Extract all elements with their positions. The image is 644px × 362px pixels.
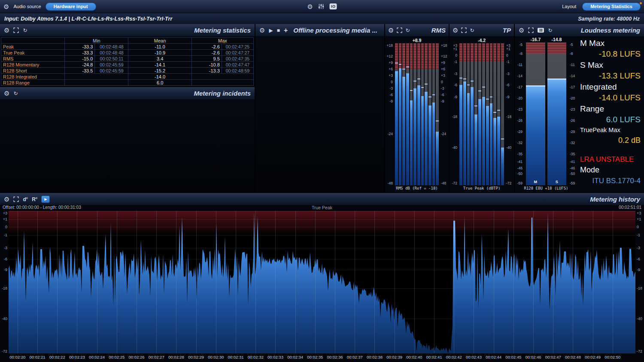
min-time: 00:02:48:48: [95, 44, 128, 50]
meter-bar-fill: [463, 81, 466, 186]
loudness-panel-title: Loudness metering: [581, 27, 640, 34]
time-tick-label: 00:02:29: [188, 355, 204, 359]
play-icon[interactable]: ▶: [269, 28, 273, 33]
loudness-scale-right: -5-8-11-14-17-20-23-26-29-32-35-41-46-50…: [568, 42, 577, 185]
r128-scale-toggle-icon[interactable]: Rc: [32, 196, 37, 202]
left-column: ⚙ ↻ Metering statistics Min Mean Max Pea…: [0, 24, 255, 192]
scale-tick-label: -3: [637, 246, 640, 250]
pause-icon[interactable]: [538, 28, 544, 33]
momentary-readout: -16.7: [525, 37, 546, 42]
fullscreen-icon[interactable]: [461, 27, 467, 33]
reset-icon[interactable]: ↻: [13, 91, 18, 96]
tp-meter-body: -4.2 +3+10-1-3-6-9-18-40-72 +3+10-1-3-6-…: [450, 37, 514, 192]
time-tick-label: 00:02:24: [89, 355, 105, 359]
max-value: -2.6: [191, 44, 222, 50]
max-value: -13.3: [191, 68, 222, 74]
time-tick-label: 00:02:40: [406, 355, 422, 359]
peak-hold-marker: [432, 94, 435, 95]
scale-tick-label: -35: [517, 152, 522, 156]
scale-tick-label: +9: [441, 60, 445, 65]
loudness-panel-header: ⚙ ↻ Loudness metering: [515, 24, 644, 37]
gear-icon[interactable]: ⚙: [388, 27, 394, 33]
scale-tick-label: -6: [389, 93, 393, 97]
meter-channel: [486, 43, 489, 185]
mode-label: Mode: [580, 165, 641, 175]
time-tick-label: 00:02:38: [367, 355, 383, 359]
stop-icon[interactable]: ■: [277, 28, 280, 33]
time-tick-label: 00:02:35: [307, 355, 323, 359]
scale-tick-label: +12: [387, 54, 393, 58]
meter-bar-fill: [425, 92, 428, 185]
info-bar: Input: Dolby Atmos 7.1.4 | L-R-C-Lfe-Ls-…: [0, 13, 644, 24]
time-tick-label: 00:02:34: [287, 355, 303, 359]
max-value: 9.5: [191, 56, 222, 62]
meter-bar-fill: [417, 85, 420, 185]
meter-channel: [417, 43, 420, 185]
scale-tick-label: +3: [3, 211, 7, 215]
history-waveform[interactable]: [9, 211, 635, 353]
scale-tick-label: -3: [454, 72, 457, 76]
io-icon[interactable]: IO: [330, 3, 337, 9]
scale-tick-label: -23: [570, 107, 575, 112]
mean-column-header: Mean: [128, 38, 191, 44]
peak-hold-marker: [436, 121, 439, 121]
gear-icon[interactable]: ⚙: [4, 90, 9, 97]
table-header-row: Min Mean Max: [1, 38, 254, 44]
hardware-input-button[interactable]: Hardware input: [46, 3, 96, 11]
history-play-button[interactable]: ▶: [41, 196, 50, 203]
meter-bar-fill: [501, 148, 504, 185]
metering-statistics-button[interactable]: Metering Statistics: [582, 3, 641, 11]
meter-channel: S: [547, 42, 567, 185]
row-label: R128 Momentary: [1, 62, 65, 68]
peak-hold-marker: [474, 106, 477, 106]
scale-tick-label: +1: [3, 217, 7, 221]
fullscreen-icon[interactable]: [397, 27, 402, 33]
fullscreen-icon[interactable]: [528, 27, 534, 33]
gear-icon[interactable]: ⚙: [519, 27, 524, 33]
meter-channel: [428, 43, 431, 185]
layout-menu[interactable]: Layout: [562, 4, 576, 9]
fullscreen-icon[interactable]: [13, 196, 19, 202]
reset-icon[interactable]: ↻: [405, 28, 410, 33]
dc-scale-toggle-icon[interactable]: dc: [23, 196, 28, 202]
bar-cap-marker: [526, 85, 545, 87]
gear-icon[interactable]: ⚙: [259, 27, 265, 33]
reset-icon[interactable]: ↻: [470, 28, 474, 33]
meter-bar-fill: [410, 100, 413, 185]
truepeak-max-label: TruePeak Max: [580, 125, 641, 135]
fullscreen-icon[interactable]: [13, 27, 19, 33]
time-tick-label: 00:02:37: [347, 355, 363, 359]
peak-hold-marker: [463, 78, 466, 79]
truepeak-max-value: 0.2 dB: [580, 135, 641, 146]
range-value: 6.0 LUFS: [580, 114, 641, 125]
meter-bar-fill: [490, 103, 493, 185]
gear-icon[interactable]: ⚙: [4, 27, 9, 33]
sampling-rate-label: Sampling rate: 48000 Hz: [578, 16, 640, 22]
tp-scale-left: +3+10-1-3-6-9-18-40-72: [450, 43, 459, 185]
rms-panel-header: ⚙ ↻ RMS: [385, 24, 449, 37]
peak-hold-marker: [406, 66, 409, 67]
reset-icon[interactable]: ↻: [23, 28, 27, 33]
channel-name-label: S: [547, 180, 567, 184]
offline-processing-panel: ⚙ ▶ ■ + Offline processing media ...: [255, 24, 384, 192]
meter-bar-fill: [413, 88, 416, 185]
time-tick-label: 00:02:50: [605, 355, 620, 359]
mixer-sliders-icon[interactable]: [318, 3, 325, 9]
scale-tick-label: -9: [4, 268, 7, 272]
gear-icon[interactable]: ⚙: [3, 3, 9, 10]
settings-gear-icon[interactable]: ⚙: [307, 3, 313, 10]
gear-icon[interactable]: ⚙: [453, 27, 458, 33]
add-media-icon[interactable]: +: [284, 27, 288, 34]
gear-icon[interactable]: ⚙: [4, 196, 9, 202]
peak-hold-marker: [459, 78, 462, 78]
mean-value: 6.0: [128, 80, 191, 86]
offline-panel-title: Offline processing media ...: [293, 27, 377, 34]
meter-bar-fill: [399, 68, 402, 185]
meter-red-zone: [501, 43, 504, 62]
scale-tick-label: 0: [455, 53, 457, 57]
rms-scale-left: +18+12+9+6+30-3-6-9-24-48: [385, 43, 394, 185]
main-row: ⚙ ↻ Metering statistics Min Mean Max Pea…: [0, 24, 644, 192]
meter-red-zone: [526, 42, 545, 54]
reset-icon[interactable]: ↻: [548, 28, 552, 33]
tp-meter-area: +3+10-1-3-6-9-18-40-72 +3+10-1-3-6-9-18-…: [450, 43, 514, 185]
